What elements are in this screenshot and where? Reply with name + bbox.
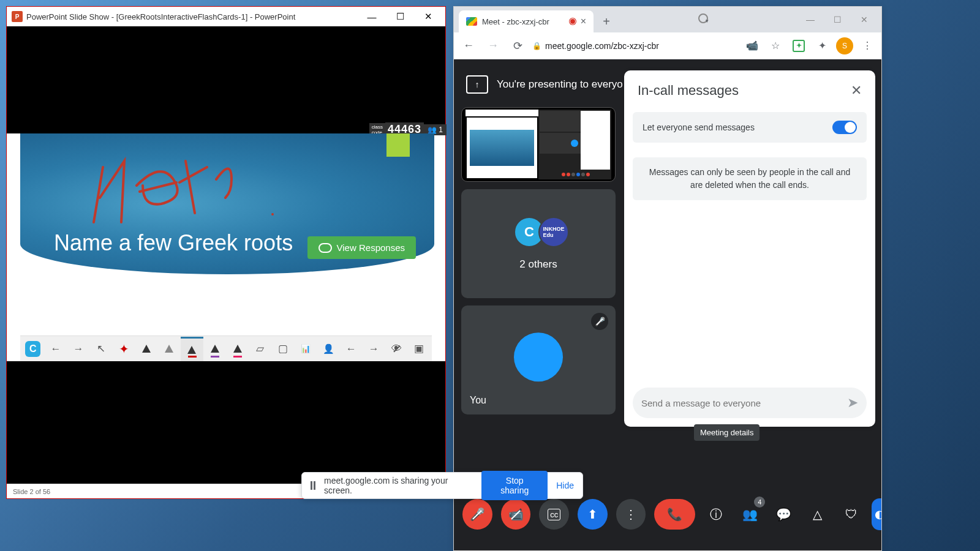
- camera-indicator-icon[interactable]: 📹: [743, 37, 761, 55]
- slide-question-text: Name a few Greek roots: [54, 230, 293, 256]
- others-avatars: C INKHOEEdu: [514, 217, 563, 247]
- self-avatar: [514, 332, 563, 381]
- participant-number: 1: [439, 126, 443, 134]
- chat-button[interactable]: 💬: [771, 499, 796, 530]
- back-button[interactable]: ←: [459, 36, 478, 56]
- more-options-button[interactable]: ⋮: [616, 499, 646, 530]
- search-tabs-button[interactable]: [698, 13, 708, 23]
- presenting-banner: ↑ You're presenting to everyo: [466, 75, 623, 94]
- meeting-details-button[interactable]: ⓘ: [704, 499, 729, 530]
- chat-message-input[interactable]: [641, 398, 847, 408]
- extension-grammarly-icon[interactable]: ✦: [790, 37, 808, 55]
- recording-indicator-icon: [570, 18, 576, 24]
- powerpoint-title: PowerPoint Slide Show - [GreekRootsInter…: [26, 12, 356, 21]
- minimize-button[interactable]: —: [360, 7, 384, 26]
- laser-tool[interactable]: ✦: [113, 337, 135, 361]
- side-panel-toggle[interactable]: ◐: [872, 498, 881, 530]
- self-label: You: [470, 395, 486, 406]
- classpoint-logo-icon[interactable]: C: [25, 341, 40, 357]
- share-thumbnail: [466, 110, 611, 179]
- chrome-close-button[interactable]: ✕: [851, 10, 878, 29]
- chat-permission-toggle[interactable]: [832, 121, 857, 134]
- hide-share-bar-button[interactable]: Hide: [556, 481, 574, 490]
- presenting-text: You're presenting to everyo: [497, 78, 623, 91]
- slide-green-tab: [386, 133, 410, 157]
- pick-name-tool[interactable]: 👤: [317, 337, 340, 361]
- pointer-tool[interactable]: ↖: [90, 337, 113, 361]
- tab-title: Meet - zbc-xzxj-cbr: [482, 17, 549, 26]
- reload-button[interactable]: ⟳: [508, 36, 527, 56]
- chrome-menu-button[interactable]: ⋮: [858, 37, 876, 55]
- people-count-badge: 4: [754, 497, 765, 508]
- host-controls-button[interactable]: 🛡: [839, 499, 864, 530]
- present-button[interactable]: ⬆: [578, 499, 608, 530]
- others-label: 2 others: [519, 258, 557, 271]
- chat-permission-row: Let everyone send messages: [633, 112, 867, 143]
- view-responses-label: View Responses: [337, 242, 405, 253]
- mic-toggle-button[interactable]: 🎤: [462, 499, 492, 530]
- others-tile[interactable]: C INKHOEEdu 2 others: [461, 189, 616, 298]
- poll-tool[interactable]: 📊: [294, 337, 317, 361]
- forward-button[interactable]: →: [483, 36, 503, 56]
- highlighter-tool[interactable]: [158, 337, 181, 361]
- pen-red-tool[interactable]: [181, 337, 203, 361]
- slide-area[interactable]: classcode 44463 👥 1 Name a few Greek roo…: [7, 133, 445, 361]
- prev-slide-button[interactable]: ←: [44, 337, 67, 361]
- chat-info-text: Messages can only be seen by people in t…: [633, 157, 867, 200]
- camera-toggle-button[interactable]: 📹: [501, 499, 531, 530]
- pen-black-tool[interactable]: [135, 337, 158, 361]
- self-tile[interactable]: 🎤 You: [461, 305, 616, 414]
- next-slide-button[interactable]: →: [67, 337, 89, 361]
- slide-content: Name a few Greek roots View Responses: [20, 133, 434, 274]
- avatar-letter: S: [842, 42, 847, 50]
- maximize-button[interactable]: ☐: [388, 7, 412, 26]
- chrome-toolbar: ← → ⟳ 🔒 meet.google.com/zbc-xzxj-cbr 📹 ☆…: [454, 32, 881, 59]
- view-responses-button[interactable]: View Responses: [307, 236, 416, 259]
- chrome-maximize-button[interactable]: ☐: [824, 10, 851, 29]
- tab-close-button[interactable]: ×: [581, 16, 586, 27]
- activities-button[interactable]: △: [805, 499, 830, 530]
- video-tiles: C INKHOEEdu 2 others 🎤 You: [461, 107, 616, 422]
- chat-send-button[interactable]: ➤: [847, 395, 858, 411]
- leave-call-button[interactable]: 📞: [654, 499, 695, 530]
- share-bar-text: meet.google.com is sharing your screen.: [324, 476, 473, 495]
- hide-toolbar-button[interactable]: 👁: [385, 337, 408, 361]
- bookmark-star-icon[interactable]: ☆: [766, 37, 785, 55]
- browser-tab[interactable]: Meet - zbc-xzxj-cbr ×: [459, 10, 594, 32]
- settings-tool[interactable]: ▣: [408, 337, 431, 361]
- profile-avatar[interactable]: S: [836, 37, 853, 54]
- slide-black-bottom: [7, 373, 445, 484]
- chat-close-button[interactable]: ✕: [851, 83, 862, 99]
- meet-favicon-icon: [466, 17, 477, 26]
- share-pause-icon[interactable]: [311, 481, 315, 490]
- chrome-minimize-button[interactable]: —: [797, 10, 824, 29]
- lock-icon: 🔒: [532, 42, 541, 50]
- ink-annotation: [81, 149, 241, 228]
- chat-input-row: ➤: [633, 388, 867, 418]
- extensions-puzzle-icon[interactable]: ✦: [813, 37, 831, 55]
- powerpoint-titlebar: P PowerPoint Slide Show - [GreekRootsInt…: [7, 7, 445, 26]
- address-bar[interactable]: 🔒 meet.google.com/zbc-xzxj-cbr: [532, 41, 738, 51]
- chrome-tabbar: Meet - zbc-xzxj-cbr × + — ☐ ✕: [454, 7, 881, 32]
- slide-counter: Slide 2 of 56: [13, 488, 50, 495]
- new-tab-button[interactable]: +: [597, 12, 616, 31]
- url-text: meet.google.com/zbc-xzxj-cbr: [545, 41, 659, 51]
- chat-title: In-call messages: [638, 83, 739, 99]
- slide-black-top: [7, 26, 445, 133]
- screen-share-bar: meet.google.com is sharing your screen. …: [301, 472, 583, 499]
- captions-button[interactable]: cc: [539, 499, 569, 530]
- stop-sharing-button[interactable]: Stop sharing: [481, 471, 548, 500]
- chrome-window: Meet - zbc-xzxj-cbr × + — ☐ ✕ ← → ⟳ 🔒 me…: [453, 6, 882, 551]
- cloud-icon: [318, 243, 332, 253]
- pen-pink-tool[interactable]: [226, 337, 249, 361]
- pen-purple-tool[interactable]: [203, 337, 226, 361]
- annotation-toolbar: C ← → ↖ ✦ ▱ ▢ 📊 👤 ← → 👁 ▣: [20, 335, 432, 361]
- undo-button[interactable]: ←: [340, 337, 363, 361]
- whiteboard-tool[interactable]: ▢: [271, 337, 294, 361]
- eraser-tool[interactable]: ▱: [249, 337, 271, 361]
- in-call-messages-panel: In-call messages ✕ Let everyone send mes…: [624, 70, 875, 427]
- screen-share-tile[interactable]: [461, 107, 616, 182]
- close-button[interactable]: ✕: [416, 7, 440, 26]
- chat-header: In-call messages ✕: [624, 70, 875, 106]
- redo-button[interactable]: →: [363, 337, 385, 361]
